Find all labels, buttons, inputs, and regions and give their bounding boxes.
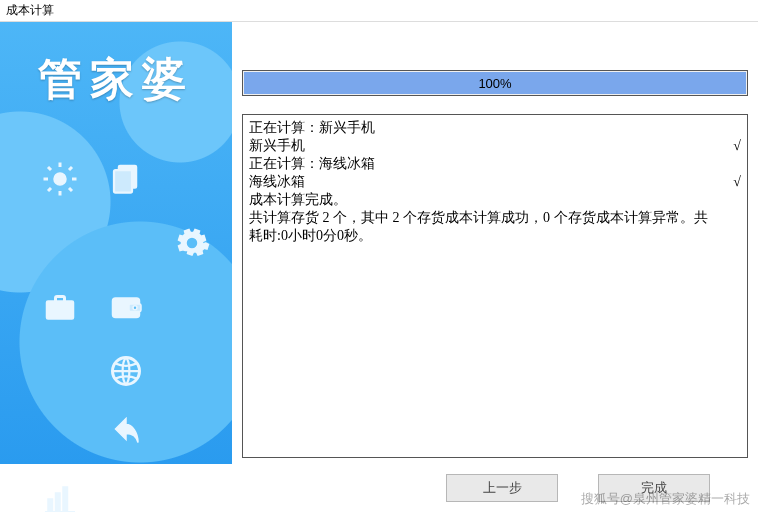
main-panel: 100% 正在计算：新兴手机新兴手机√正在计算：海线冰箱海线冰箱√成本计算完成。…: [232, 22, 758, 464]
gear-icon: [174, 225, 210, 265]
finish-button[interactable]: 完成: [598, 474, 710, 502]
button-row: 上一步 完成: [0, 464, 758, 512]
svg-line-5: [48, 167, 51, 170]
prev-button[interactable]: 上一步: [446, 474, 558, 502]
wallet-icon: [108, 289, 144, 329]
svg-line-8: [69, 167, 72, 170]
undo-icon: [108, 417, 144, 457]
progress-bar: 100%: [242, 70, 748, 96]
log-line: 正在计算：新兴手机: [249, 119, 741, 137]
progress-label: 100%: [243, 71, 747, 95]
window-title: 成本计算: [0, 0, 758, 22]
svg-rect-10: [114, 170, 132, 193]
svg-point-16: [133, 306, 137, 310]
sun-icon: [42, 161, 78, 201]
brand-logo-text: 管家婆: [0, 50, 232, 109]
sidebar-icon-grid: [34, 152, 214, 512]
globe-icon: [108, 353, 144, 393]
svg-point-0: [54, 173, 66, 185]
svg-rect-12: [56, 297, 65, 303]
log-line: 新兴手机√: [249, 137, 741, 155]
documents-icon: [108, 161, 144, 201]
log-line: 共计算存货 2 个，其中 2 个存货成本计算成功，0 个存货成本计算异常。共耗时…: [249, 209, 741, 245]
svg-line-7: [48, 188, 51, 191]
log-line: 成本计算完成。: [249, 191, 741, 209]
log-line: 正在计算：海线冰箱: [249, 155, 741, 173]
log-output[interactable]: 正在计算：新兴手机新兴手机√正在计算：海线冰箱海线冰箱√成本计算完成。共计算存货…: [242, 114, 748, 458]
briefcase-icon: [42, 289, 78, 329]
log-line: 海线冰箱√: [249, 173, 741, 191]
svg-line-6: [69, 188, 72, 191]
sidebar: 管家婆: [0, 22, 232, 464]
